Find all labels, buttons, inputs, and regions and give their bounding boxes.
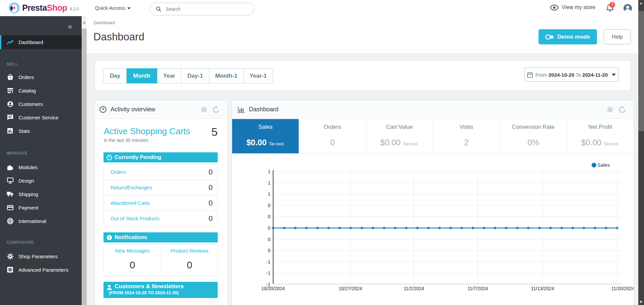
toggle-icon xyxy=(545,34,554,40)
brand-name: PrestaShop xyxy=(22,3,67,13)
date-range-toolbar: Day Month Year Day-1 Month-1 Year-1 From… xyxy=(95,61,631,91)
scroll-up-arrow-icon[interactable] xyxy=(83,22,86,24)
pending-list: Orders0 Return/Exchanges0 Abandoned Cart… xyxy=(103,164,218,227)
demo-mode-button[interactable]: Demo mode xyxy=(539,29,597,44)
sidebar-item-advanced-parameters[interactable]: Advanced Parameters xyxy=(0,263,82,276)
person-circle-icon xyxy=(7,101,13,107)
view-my-store-link[interactable]: View my store xyxy=(550,4,595,10)
person-icon xyxy=(106,284,112,290)
sidebar-item-catalog[interactable]: Catalog xyxy=(0,84,82,97)
svg-text:0: 0 xyxy=(268,237,270,242)
tab-sales[interactable]: Sales$0.00 Tax excl. xyxy=(232,119,299,153)
scroll-down-arrow-icon[interactable] xyxy=(640,301,642,303)
svg-text:0: 0 xyxy=(268,203,270,208)
sidebar-scrollbar[interactable] xyxy=(82,15,87,305)
sidebar-item-international[interactable]: International xyxy=(0,214,82,228)
sidebar-nav: « Dashboard SELL Orders Catalog Customer… xyxy=(0,15,82,305)
range-button-day-1[interactable]: Day-1 xyxy=(181,68,209,83)
sidebar-item-shipping[interactable]: Shipping xyxy=(0,187,82,201)
search-input[interactable] xyxy=(166,6,246,12)
monitor-icon xyxy=(7,178,13,184)
svg-text:0: 0 xyxy=(268,214,270,219)
prestashop-logo[interactable]: PrestaShop 8.2.0 xyxy=(9,2,79,13)
svg-text:10/27/2024: 10/27/2024 xyxy=(339,286,362,291)
svg-text:11/13/2024: 11/13/2024 xyxy=(531,286,554,291)
sidebar-collapse-button[interactable]: « xyxy=(68,22,72,31)
help-button[interactable]: Help xyxy=(604,29,631,44)
eye-icon xyxy=(550,5,558,10)
metric-tabs: Sales$0.00 Tax excl. Orders0 Cart Value$… xyxy=(232,119,634,154)
refresh-icon[interactable] xyxy=(619,106,626,113)
sidebar-section-sell: SELL xyxy=(6,62,18,67)
page-scrollbar-thumb[interactable] xyxy=(638,11,644,131)
tab-cart-value[interactable]: Cart Value$0.00 Tax excl. xyxy=(366,119,433,153)
tab-orders[interactable]: Orders0 xyxy=(299,119,366,153)
tab-visits[interactable]: Visits2 xyxy=(433,119,500,153)
sidebar-item-modules[interactable]: Modules xyxy=(0,160,82,174)
gear-icon[interactable] xyxy=(607,106,613,113)
sales-line-chart: 11100000-1-1-110/20/202410/27/202411/2/2… xyxy=(232,153,634,305)
tab-net-profit[interactable]: Net Profit$0.00 Tax excl. xyxy=(567,119,634,153)
chat-icon xyxy=(7,114,13,120)
calendar-icon xyxy=(527,72,533,78)
credit-card-icon xyxy=(7,205,13,210)
svg-text:-1: -1 xyxy=(266,259,271,265)
range-button-year[interactable]: Year xyxy=(157,68,181,83)
sidebar-item-shop-parameters[interactable]: Shop Parameters xyxy=(0,250,82,263)
bar-chart-icon xyxy=(238,106,245,113)
range-button-day[interactable]: Day xyxy=(103,68,127,83)
sidebar-scrollbar-thumb[interactable] xyxy=(82,29,87,305)
exclamation-circle-icon xyxy=(106,235,112,240)
svg-text:1: 1 xyxy=(268,191,270,197)
gear-icon[interactable] xyxy=(201,106,207,113)
page-scrollbar[interactable] xyxy=(638,0,644,305)
dashboard-panel-header: Dashboard xyxy=(232,101,634,119)
activity-panel-header: Activity overview xyxy=(95,101,227,119)
dashboard-chart-panel: Dashboard Sales$0.00 Tax excl. Orders0 C… xyxy=(232,100,634,305)
sidebar-item-label: Dashboard xyxy=(18,39,43,45)
version-label: 8.2.0 xyxy=(70,7,79,11)
sidebar-item-customers[interactable]: Customers xyxy=(0,97,82,111)
store-icon xyxy=(7,87,13,93)
truck-icon xyxy=(7,191,13,197)
sidebar-item-stats[interactable]: Stats xyxy=(0,124,82,138)
gear-box-icon xyxy=(7,267,13,273)
user-avatar[interactable] xyxy=(624,4,632,12)
bar-chart-icon xyxy=(7,128,13,134)
tab-conversion-rate[interactable]: Conversion Rate0% xyxy=(500,119,567,153)
range-button-month-1[interactable]: Month-1 xyxy=(209,68,244,83)
chevron-down-icon xyxy=(127,7,131,9)
active-carts-value: 5 xyxy=(211,125,218,139)
customers-newsletters-box xyxy=(103,302,218,305)
search-box[interactable] xyxy=(149,3,254,15)
new-messages-cell: New Messages 0 xyxy=(104,244,161,276)
sidebar-item-payment[interactable]: Payment xyxy=(0,201,82,214)
activity-overview-panel: Activity overview Active Shopping Carts … xyxy=(95,100,228,305)
notifications-header: Notifications xyxy=(103,232,218,242)
svg-text:1: 1 xyxy=(268,169,270,174)
active-carts-label[interactable]: Active Shopping Carts xyxy=(104,126,190,137)
customers-newsletters-header: Customers & Newsletters (FROM 2024-10-20… xyxy=(103,282,218,298)
prestashop-logo-icon xyxy=(9,2,20,13)
range-button-month[interactable]: Month xyxy=(127,68,157,83)
svg-text:1: 1 xyxy=(268,180,270,186)
pending-row-orders: Orders0 xyxy=(104,164,217,180)
pending-row-abandoned-carts: Abandoned Carts0 xyxy=(104,195,217,211)
pending-row-out-of-stock: Out of Stock Products0 xyxy=(104,211,217,226)
scroll-up-arrow-icon[interactable] xyxy=(640,2,642,4)
breadcrumb[interactable]: Dashboard xyxy=(94,20,115,25)
clock-icon xyxy=(99,106,106,113)
sidebar-item-dashboard[interactable]: Dashboard xyxy=(0,35,82,49)
sidebar-item-customer-service[interactable]: Customer Service xyxy=(0,111,82,124)
notifications-bell[interactable]: 7 xyxy=(606,4,616,14)
svg-text:-1: -1 xyxy=(266,270,271,276)
sidebar-item-orders[interactable]: Orders xyxy=(0,70,82,84)
refresh-icon[interactable] xyxy=(213,106,219,113)
activity-panel-title: Activity overview xyxy=(111,106,155,113)
quick-access-dropdown[interactable]: Quick Access xyxy=(95,5,131,11)
sidebar-item-design[interactable]: Design xyxy=(0,174,82,187)
range-button-year-1[interactable]: Year-1 xyxy=(244,68,273,83)
orders-icon xyxy=(7,74,13,80)
date-range-picker[interactable]: From2024-10-20 To2024-11-20 xyxy=(524,68,618,82)
chevron-down-icon xyxy=(612,74,616,76)
